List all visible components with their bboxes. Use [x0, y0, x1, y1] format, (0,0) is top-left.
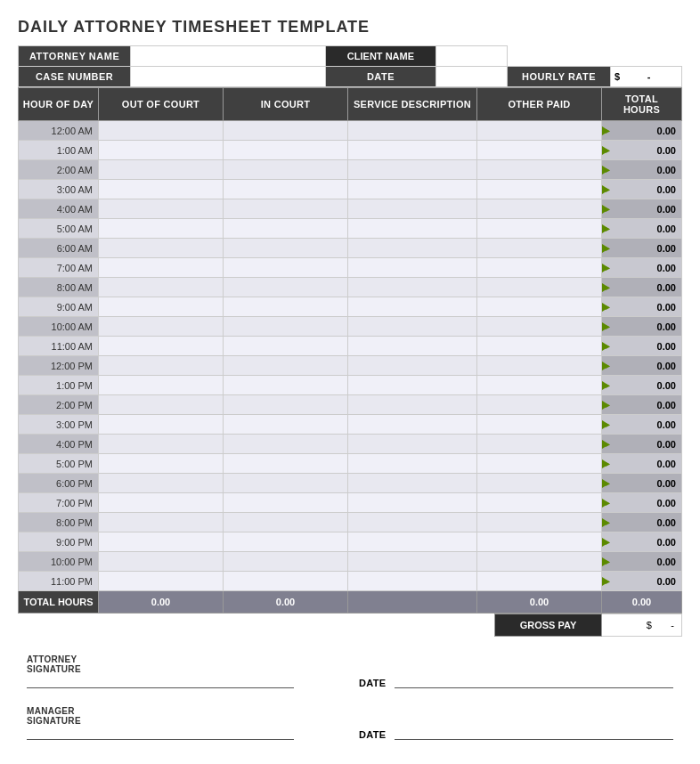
service-desc-cell[interactable]	[348, 513, 477, 532]
in-court-cell[interactable]	[224, 317, 348, 337]
in-court-cell[interactable]	[224, 199, 348, 219]
other-paid-cell[interactable]	[477, 337, 602, 356]
service-desc-cell[interactable]	[348, 141, 477, 160]
other-paid-cell[interactable]	[477, 395, 602, 415]
in-court-cell[interactable]	[224, 180, 348, 199]
other-paid-cell[interactable]	[477, 258, 602, 278]
in-court-cell[interactable]	[224, 552, 348, 572]
in-court-cell[interactable]	[224, 219, 348, 239]
hourly-rate-value[interactable]: $ -	[610, 67, 681, 87]
service-desc-cell[interactable]	[348, 121, 477, 141]
in-court-cell[interactable]	[224, 356, 348, 376]
out-of-court-cell[interactable]	[99, 141, 224, 160]
in-court-cell[interactable]	[224, 141, 348, 160]
out-of-court-cell[interactable]	[99, 435, 224, 454]
in-court-cell[interactable]	[224, 493, 348, 513]
other-paid-cell[interactable]	[477, 160, 602, 180]
other-paid-cell[interactable]	[477, 493, 602, 513]
out-of-court-cell[interactable]	[99, 337, 224, 356]
out-of-court-cell[interactable]	[99, 513, 224, 532]
out-of-court-cell[interactable]	[99, 160, 224, 180]
in-court-cell[interactable]	[224, 337, 348, 356]
other-paid-cell[interactable]	[477, 317, 602, 337]
in-court-cell[interactable]	[224, 239, 348, 258]
service-desc-cell[interactable]	[348, 435, 477, 454]
date-value[interactable]	[436, 67, 508, 87]
out-of-court-cell[interactable]	[99, 239, 224, 258]
service-desc-cell[interactable]	[348, 317, 477, 337]
in-court-cell[interactable]	[224, 258, 348, 278]
other-paid-cell[interactable]	[477, 552, 602, 572]
other-paid-cell[interactable]	[477, 180, 602, 199]
other-paid-cell[interactable]	[477, 435, 602, 454]
in-court-cell[interactable]	[224, 474, 348, 493]
other-paid-cell[interactable]	[477, 513, 602, 532]
service-desc-cell[interactable]	[348, 160, 477, 180]
service-desc-cell[interactable]	[348, 258, 477, 278]
in-court-cell[interactable]	[224, 572, 348, 591]
service-desc-cell[interactable]	[348, 180, 477, 199]
out-of-court-cell[interactable]	[99, 454, 224, 474]
in-court-cell[interactable]	[224, 121, 348, 141]
out-of-court-cell[interactable]	[99, 219, 224, 239]
other-paid-cell[interactable]	[477, 219, 602, 239]
out-of-court-cell[interactable]	[99, 493, 224, 513]
attorney-sig-line[interactable]	[27, 687, 294, 688]
service-desc-cell[interactable]	[348, 454, 477, 474]
other-paid-cell[interactable]	[477, 454, 602, 474]
other-paid-cell[interactable]	[477, 356, 602, 376]
other-paid-cell[interactable]	[477, 376, 602, 395]
out-of-court-cell[interactable]	[99, 552, 224, 572]
manager-sig-line[interactable]	[27, 739, 294, 740]
other-paid-cell[interactable]	[477, 141, 602, 160]
in-court-cell[interactable]	[224, 435, 348, 454]
service-desc-cell[interactable]	[348, 532, 477, 552]
out-of-court-cell[interactable]	[99, 180, 224, 199]
out-of-court-cell[interactable]	[99, 474, 224, 493]
gross-pay-value[interactable]: $ -	[602, 614, 682, 637]
other-paid-cell[interactable]	[477, 415, 602, 435]
attorney-name-value[interactable]	[131, 46, 326, 67]
out-of-court-cell[interactable]	[99, 199, 224, 219]
out-of-court-cell[interactable]	[99, 258, 224, 278]
out-of-court-cell[interactable]	[99, 121, 224, 141]
other-paid-cell[interactable]	[477, 278, 602, 297]
out-of-court-cell[interactable]	[99, 415, 224, 435]
in-court-cell[interactable]	[224, 532, 348, 552]
in-court-cell[interactable]	[224, 454, 348, 474]
in-court-cell[interactable]	[224, 415, 348, 435]
out-of-court-cell[interactable]	[99, 376, 224, 395]
other-paid-cell[interactable]	[477, 121, 602, 141]
other-paid-cell[interactable]	[477, 474, 602, 493]
out-of-court-cell[interactable]	[99, 572, 224, 591]
other-paid-cell[interactable]	[477, 532, 602, 552]
service-desc-cell[interactable]	[348, 395, 477, 415]
service-desc-cell[interactable]	[348, 356, 477, 376]
in-court-cell[interactable]	[224, 160, 348, 180]
service-desc-cell[interactable]	[348, 199, 477, 219]
manager-date-line[interactable]	[395, 739, 673, 740]
service-desc-cell[interactable]	[348, 239, 477, 258]
service-desc-cell[interactable]	[348, 376, 477, 395]
service-desc-cell[interactable]	[348, 474, 477, 493]
out-of-court-cell[interactable]	[99, 297, 224, 317]
out-of-court-cell[interactable]	[99, 395, 224, 415]
out-of-court-cell[interactable]	[99, 317, 224, 337]
other-paid-cell[interactable]	[477, 199, 602, 219]
in-court-cell[interactable]	[224, 278, 348, 297]
service-desc-cell[interactable]	[348, 219, 477, 239]
out-of-court-cell[interactable]	[99, 278, 224, 297]
other-paid-cell[interactable]	[477, 297, 602, 317]
service-desc-cell[interactable]	[348, 297, 477, 317]
in-court-cell[interactable]	[224, 376, 348, 395]
service-desc-cell[interactable]	[348, 337, 477, 356]
in-court-cell[interactable]	[224, 297, 348, 317]
in-court-cell[interactable]	[224, 395, 348, 415]
other-paid-cell[interactable]	[477, 572, 602, 591]
service-desc-cell[interactable]	[348, 572, 477, 591]
service-desc-cell[interactable]	[348, 493, 477, 513]
service-desc-cell[interactable]	[348, 278, 477, 297]
case-number-value[interactable]	[131, 67, 326, 87]
in-court-cell[interactable]	[224, 513, 348, 532]
service-desc-cell[interactable]	[348, 552, 477, 572]
